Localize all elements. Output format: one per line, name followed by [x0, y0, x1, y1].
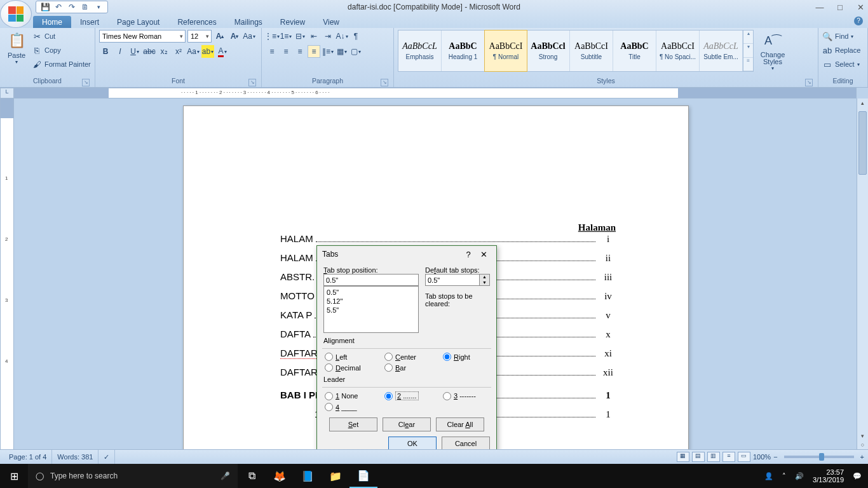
numbering-button[interactable]: 1≡	[280, 30, 292, 43]
tab-stop-listbox[interactable]: 0.5" 5.12" 5.5"	[323, 286, 419, 333]
align-right-button[interactable]: ≡	[294, 45, 306, 58]
paragraph-launcher[interactable]: ↘	[381, 79, 388, 86]
decrease-indent-button[interactable]: ⇤	[308, 30, 320, 43]
default-tab-stops-input[interactable]	[425, 274, 480, 286]
full-screen-view[interactable]: ▤	[692, 452, 705, 462]
clear-all-button[interactable]: Clear All	[436, 417, 484, 431]
tab-references[interactable]: References	[168, 16, 225, 28]
clipboard-launcher[interactable]: ↘	[82, 79, 90, 86]
underline-button[interactable]: U	[128, 45, 141, 58]
shrink-font-button[interactable]: A▾	[228, 30, 241, 43]
align-center-button[interactable]: ≡	[280, 45, 292, 58]
outline-view[interactable]: ≡	[722, 452, 735, 462]
tab-mailings[interactable]: Mailings	[226, 16, 271, 28]
highlight-button[interactable]: ab	[201, 45, 214, 58]
undo-icon[interactable]: ↶	[53, 2, 64, 12]
cancel-button[interactable]: Cancel	[442, 437, 490, 451]
bullets-button[interactable]: ⋮≡	[266, 30, 278, 43]
italic-button[interactable]: I	[114, 45, 126, 58]
dialog-help-button[interactable]: ?	[461, 250, 476, 259]
styles-launcher[interactable]: ↘	[805, 79, 813, 86]
zoom-out-button[interactable]: −	[773, 453, 777, 461]
superscript-button[interactable]: x²	[172, 45, 185, 58]
strikethrough-button[interactable]: abc	[143, 45, 156, 58]
leader-1-radio[interactable]: 1 None	[325, 391, 384, 400]
shading-button[interactable]: ▦	[336, 45, 348, 58]
set-button[interactable]: Set	[329, 417, 377, 431]
zoom-slider[interactable]	[784, 456, 854, 458]
zoom-level[interactable]: 100%	[753, 453, 771, 461]
align-right-radio[interactable]: Right	[443, 353, 489, 361]
ok-button[interactable]: OK	[388, 437, 437, 451]
web-layout-view[interactable]: ▥	[707, 452, 720, 462]
print-layout-view[interactable]: ▦	[677, 452, 689, 462]
mic-icon[interactable]: 🎤	[220, 471, 230, 480]
align-bar-radio[interactable]: Bar	[384, 363, 443, 372]
align-left-button[interactable]: ≡	[266, 45, 278, 58]
dialog-titlebar[interactable]: Tabs ? ✕	[317, 246, 496, 262]
styles-more[interactable]: ▴▾≡	[743, 30, 753, 71]
select-button[interactable]: ▭Select▾	[822, 58, 860, 71]
vertical-scrollbar[interactable]: ▴ ▾ ○ ⬘ ⬙	[857, 98, 868, 473]
tab-page-layout[interactable]: Page Layout	[108, 16, 168, 28]
taskbar-app-notepad[interactable]: 📘	[294, 464, 322, 488]
subscript-button[interactable]: x₂	[158, 45, 170, 58]
taskbar-app-word[interactable]: 📄	[349, 464, 377, 488]
borders-button[interactable]: ▢	[349, 45, 362, 58]
show-marks-button[interactable]: ¶	[349, 30, 362, 43]
font-color-button[interactable]: A	[216, 45, 229, 58]
style-nospacing[interactable]: AaBbCcI¶ No Spaci...	[656, 30, 700, 71]
tab-stop-position-input[interactable]	[323, 274, 419, 286]
style-emphasis[interactable]: AaBbCcLEmphasis	[398, 30, 442, 71]
find-button[interactable]: 🔍Find▾	[822, 30, 860, 43]
style-subtle-emphasis[interactable]: AaBbCcLSubtle Em...	[700, 30, 743, 71]
change-case-button[interactable]: Aa	[187, 45, 200, 58]
office-button[interactable]	[0, 0, 32, 28]
minimize-button[interactable]: —	[815, 3, 825, 12]
format-painter-button[interactable]: 🖌Format Painter	[32, 58, 91, 71]
copy-button[interactable]: ⎘Copy	[32, 44, 91, 57]
style-title[interactable]: AaBbCTitle	[613, 30, 656, 71]
tab-view[interactable]: View	[314, 16, 348, 28]
align-center-radio[interactable]: Center	[384, 353, 443, 361]
qat-dropdown-icon[interactable]: ▾	[93, 2, 104, 12]
ruler-corner[interactable]: L	[0, 88, 14, 98]
align-decimal-radio[interactable]: Decimal	[325, 363, 384, 372]
paste-button[interactable]: 📋 Paste ▾	[4, 30, 29, 65]
word-count[interactable]: Words: 381	[52, 450, 98, 464]
increase-indent-button[interactable]: ⇥	[322, 30, 334, 43]
default-tab-stops-spinner[interactable]: ▲▼	[480, 274, 490, 286]
tray-people-icon[interactable]: 👤	[764, 472, 773, 480]
taskbar-app-explorer[interactable]: 📁	[322, 464, 349, 488]
vertical-ruler[interactable]: 1 2 3 4	[0, 98, 14, 473]
horizontal-ruler[interactable]: · · · · · 1 · · · · · · · 2 · · · · · · …	[14, 88, 857, 98]
redo-icon[interactable]: ↷	[67, 2, 77, 12]
close-button[interactable]: ✕	[855, 3, 865, 12]
scrollbar-thumb[interactable]	[858, 111, 867, 175]
font-name-combo[interactable]: Times New Roman	[99, 30, 186, 43]
tab-insert[interactable]: Insert	[71, 16, 108, 28]
leader-4-radio[interactable]: 4 ____	[325, 403, 384, 411]
font-size-combo[interactable]: 12	[187, 30, 212, 43]
zoom-in-button[interactable]: +	[860, 453, 864, 461]
multilevel-button[interactable]: ⊟	[294, 30, 306, 43]
font-launcher[interactable]: ↘	[248, 79, 256, 86]
leader-2-radio[interactable]: 2 .......	[384, 391, 443, 400]
save-icon[interactable]: 💾	[40, 2, 50, 12]
grow-font-button[interactable]: A▴	[214, 30, 226, 43]
new-doc-icon[interactable]: 🗎	[80, 2, 90, 12]
style-heading1[interactable]: AaBbCHeading 1	[442, 30, 485, 71]
tray-notifications-icon[interactable]: 💬	[853, 472, 862, 480]
tab-home[interactable]: Home	[33, 16, 71, 28]
cut-button[interactable]: ✂Cut	[32, 30, 91, 43]
clear-formatting-button[interactable]: Aa	[243, 30, 255, 43]
taskbar-search[interactable]: ◯ Type here to search 🎤	[28, 464, 238, 488]
sort-button[interactable]: A↓	[336, 30, 348, 43]
start-button[interactable]: ⊞	[0, 464, 28, 488]
task-view-button[interactable]: ⧉	[238, 464, 266, 488]
tray-expand-icon[interactable]: ˄	[782, 472, 786, 480]
bold-button[interactable]: B	[99, 45, 112, 58]
taskbar-clock[interactable]: 23:57 3/13/2019	[813, 468, 844, 484]
maximize-button[interactable]: □	[835, 3, 845, 12]
page-status[interactable]: Page: 1 of 4	[4, 450, 52, 464]
